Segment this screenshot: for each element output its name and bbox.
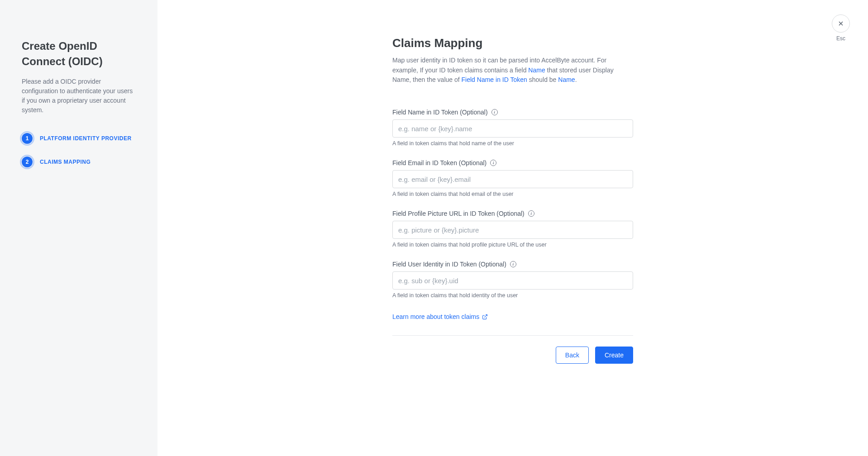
field-name-input[interactable]	[392, 119, 633, 138]
field-email-input[interactable]	[392, 170, 633, 188]
field-group-picture: Field Profile Picture URL in ID Token (O…	[392, 210, 633, 248]
field-group-identity: Field User Identity in ID Token (Optiona…	[392, 261, 633, 299]
step-label: CLAIMS MAPPING	[40, 159, 91, 165]
field-group-email: Field Email in ID Token (Optional) i A f…	[392, 159, 633, 197]
desc-highlight-name2: Name	[558, 76, 575, 83]
create-button[interactable]: Create	[595, 347, 633, 364]
close-control: Esc	[832, 14, 850, 42]
info-icon[interactable]: i	[510, 261, 516, 267]
step-number-badge: 1	[22, 133, 33, 144]
form-content: Claims Mapping Map user identity in ID t…	[392, 36, 633, 364]
info-icon[interactable]: i	[491, 109, 498, 115]
info-icon[interactable]: i	[490, 160, 496, 166]
wizard-step-list: 1 PLATFORM IDENTITY PROVIDER 2 CLAIMS MA…	[22, 133, 136, 167]
esc-label: Esc	[836, 35, 845, 42]
close-icon	[837, 20, 844, 27]
desc-highlight-field: Field Name in ID Token	[462, 76, 527, 83]
field-identity-input[interactable]	[392, 271, 633, 290]
footer-actions: Back Create	[392, 347, 633, 364]
info-icon[interactable]: i	[528, 210, 534, 217]
close-button[interactable]	[832, 14, 850, 33]
page-description: Map user identity in ID token so it can …	[392, 56, 633, 85]
back-button[interactable]: Back	[556, 347, 589, 364]
external-link-icon	[482, 314, 488, 320]
page-title: Claims Mapping	[392, 36, 633, 50]
step-number-badge: 2	[22, 157, 33, 167]
main-panel: Esc Claims Mapping Map user identity in …	[157, 0, 868, 456]
wizard-title: Create OpenID Connect (OIDC)	[22, 38, 136, 69]
step-label: PLATFORM IDENTITY PROVIDER	[40, 135, 132, 142]
desc-text: should be	[527, 76, 558, 83]
wizard-description: Please add a OIDC provider configuration…	[22, 77, 136, 115]
field-label-picture: Field Profile Picture URL in ID Token (O…	[392, 210, 525, 217]
desc-highlight-name: Name	[528, 66, 545, 74]
field-group-name: Field Name in ID Token (Optional) i A fi…	[392, 109, 633, 147]
learn-more-text: Learn more about token claims	[392, 313, 479, 320]
field-picture-input[interactable]	[392, 221, 633, 239]
wizard-step-platform-identity[interactable]: 1 PLATFORM IDENTITY PROVIDER	[22, 133, 136, 144]
desc-text: .	[575, 76, 577, 83]
field-help-name: A field in token claims that hold name o…	[392, 140, 633, 147]
field-label-identity: Field User Identity in ID Token (Optiona…	[392, 261, 506, 268]
learn-more-link[interactable]: Learn more about token claims	[392, 313, 488, 320]
wizard-sidebar: Create OpenID Connect (OIDC) Please add …	[0, 0, 157, 456]
svg-line-0	[485, 314, 487, 317]
field-help-picture: A field in token claims that hold profil…	[392, 242, 633, 248]
field-label-email: Field Email in ID Token (Optional)	[392, 159, 486, 166]
footer-divider	[392, 335, 633, 336]
field-help-email: A field in token claims that hold email …	[392, 191, 633, 197]
field-label-name: Field Name in ID Token (Optional)	[392, 109, 488, 116]
wizard-step-claims-mapping[interactable]: 2 CLAIMS MAPPING	[22, 157, 136, 167]
field-help-identity: A field in token claims that hold identi…	[392, 292, 633, 299]
